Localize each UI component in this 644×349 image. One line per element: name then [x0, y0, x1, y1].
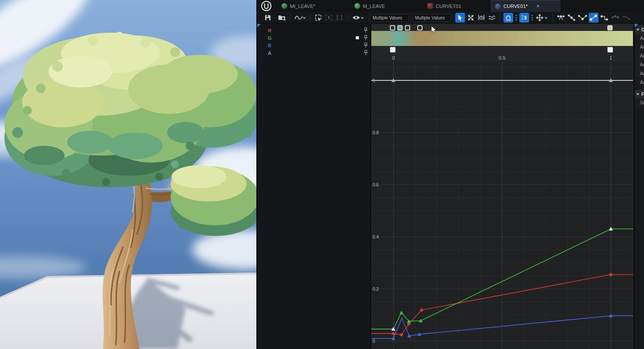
kebab-menu-icon [515, 15, 517, 21]
select-marquee-button[interactable] [313, 13, 323, 23]
tab-mi-leave[interactable]: MI_LEAVE* [277, 0, 320, 12]
details-row[interactable]: Ad [635, 61, 644, 69]
retime-tool-icon [479, 15, 484, 20]
viewport-3d-scene [0, 0, 256, 349]
tangent-smooth-icon [623, 17, 631, 19]
move-tool-button[interactable] [535, 13, 549, 23]
toolbar-separator [310, 14, 310, 21]
unreal-logo-icon[interactable] [261, 0, 272, 11]
channel-row-g[interactable]: G [257, 34, 370, 42]
select-keys-button[interactable] [324, 13, 334, 23]
snap-time-toggle[interactable] [503, 13, 513, 23]
snap-value-menu-button[interactable] [530, 13, 534, 23]
gradient-key-handle[interactable] [405, 25, 410, 30]
gradient-key-handle[interactable] [417, 25, 423, 30]
channel-row-a[interactable]: A [257, 49, 370, 57]
snap-time-icon [506, 16, 511, 20]
alpha-key-handle[interactable] [390, 47, 396, 53]
gradient-key-track[interactable] [371, 24, 633, 31]
tab-m-leave[interactable]: M_LEAVE [350, 0, 389, 12]
tab-label: CURVET01 [436, 4, 461, 9]
tangent-weighted-button[interactable] [610, 13, 621, 23]
move-axis-icon [537, 15, 543, 21]
tangent-user-icon [568, 15, 575, 20]
viewport-3d[interactable] [0, 0, 256, 349]
pin-icon[interactable] [364, 42, 368, 48]
chevron-down-icon [361, 17, 363, 19]
pointer-tool-button[interactable] [455, 13, 465, 23]
multi-select-waves-icon [489, 16, 495, 19]
selected-channel-marker [356, 36, 359, 39]
curve-graph[interactable]: 00.5110.80.60.40.20 [371, 54, 633, 349]
pin-icon[interactable] [364, 35, 368, 41]
kebab-menu-icon [531, 15, 533, 21]
multi-select-tool-button[interactable] [487, 13, 497, 23]
tab-bar: MI_LEAVE* M_LEAVE CURVET01 CURVE01* × [257, 0, 644, 12]
key-value-field[interactable] [412, 14, 451, 22]
y-tick-label: 0.2 [373, 287, 379, 292]
toolbar [257, 12, 644, 24]
tangent-break-button[interactable] [577, 13, 588, 23]
tangent-break-icon [578, 15, 587, 20]
tangent-constant-button[interactable] [599, 13, 609, 23]
tab-curve01[interactable]: CURVE01* × [491, 0, 560, 12]
tangent-user-button[interactable] [567, 13, 576, 23]
channel-row-r[interactable]: R [257, 27, 370, 34]
alpha-key-handle[interactable] [607, 47, 613, 53]
details-row[interactable]: Ad [635, 78, 644, 87]
transform-tool-button[interactable] [466, 13, 476, 23]
tangent-linear-icon [590, 15, 597, 20]
gradient-key-handle[interactable] [397, 25, 403, 30]
frame-selection-button[interactable] [335, 13, 344, 23]
snap-time-menu-button[interactable] [514, 13, 518, 23]
x-tick-label: 1 [610, 55, 612, 61]
pin-icon[interactable] [364, 50, 368, 56]
pointer-tool-icon [458, 15, 462, 21]
y-tick-label: 0.4 [373, 235, 379, 239]
save-button[interactable] [263, 13, 273, 23]
y-tick-label: 0.6 [373, 182, 379, 187]
details-section-header[interactable]: Fi [635, 90, 644, 99]
gradient-preview-strip[interactable] [371, 31, 633, 46]
channel-row-b[interactable]: B [257, 42, 370, 49]
details-row[interactable]: Ad [635, 69, 644, 78]
application-window: MI_LEAVE* M_LEAVE CURVET01 CURVE01* × [0, 0, 644, 349]
pin-icon[interactable] [364, 27, 368, 33]
retime-tool-button[interactable] [476, 13, 486, 23]
details-row[interactable]: Ad [635, 34, 644, 43]
key-time-field[interactable] [370, 14, 409, 22]
tab-label: CURVE01* [503, 4, 528, 9]
view-options-button[interactable] [351, 13, 365, 23]
browse-to-asset-button[interactable] [277, 13, 287, 23]
curve-atlas-icon [427, 3, 433, 9]
y-tick-label: 0.8 [373, 130, 379, 135]
snap-value-icon [522, 15, 526, 20]
tangent-constant-icon [601, 15, 608, 20]
tangent-flat-button[interactable] [556, 13, 566, 23]
toolbar-separator [347, 14, 348, 21]
channel-label: R [268, 28, 271, 33]
chevron-down-icon [636, 93, 640, 95]
curve-options-icon [295, 16, 302, 19]
alpha-key-track[interactable] [371, 46, 633, 54]
close-icon[interactable]: × [537, 4, 540, 9]
tangent-smooth-button[interactable] [621, 13, 632, 23]
y-tick-label: 0 [373, 339, 375, 344]
gradient-key-handle[interactable] [390, 25, 395, 30]
panel-focus-marker [635, 24, 638, 27]
details-row[interactable]: So [635, 99, 644, 107]
snap-value-toggle[interactable] [519, 13, 529, 23]
channel-label: B [268, 43, 271, 48]
tab-curvet01[interactable]: CURVET01 [423, 0, 465, 12]
details-panel-clipped: Co Ad Ad Ad Ad Ad Ad Fi So [634, 24, 644, 349]
toolbar-separator [553, 14, 553, 21]
x-tick-label: 0.5 [499, 55, 505, 61]
tab-label: MI_LEAVE* [290, 4, 315, 9]
details-row[interactable]: Ad [635, 52, 644, 61]
save-icon [264, 14, 271, 21]
gradient-key-handle[interactable] [607, 25, 613, 30]
tangent-linear-button[interactable] [589, 13, 598, 23]
section-label: Fi [641, 92, 644, 97]
details-row[interactable]: Ad [635, 43, 644, 52]
curve-options-button[interactable] [293, 13, 307, 23]
